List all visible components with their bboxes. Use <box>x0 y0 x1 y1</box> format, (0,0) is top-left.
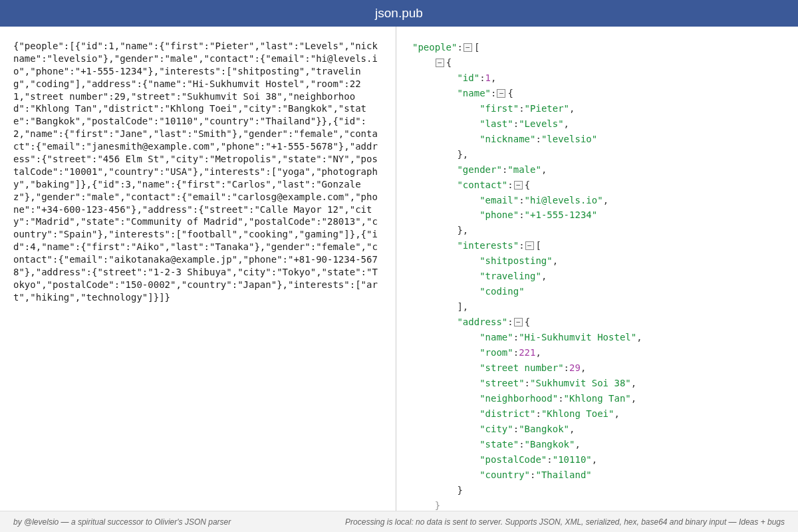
key-streetnum[interactable]: "street number" <box>479 362 563 373</box>
val-interest: "traveling" <box>479 271 541 281</box>
key-street[interactable]: "street" <box>479 378 524 388</box>
key-postal[interactable]: "postalCode" <box>479 454 547 465</box>
footer-by: by <box>13 517 24 527</box>
key-district[interactable]: "district" <box>479 408 535 419</box>
key-email[interactable]: "email" <box>479 195 519 205</box>
footer-left: by @levelsio — a spiritual successor to … <box>13 517 231 527</box>
val-district: "Khlong Toei" <box>541 408 614 419</box>
val-postal: "10110" <box>553 454 592 465</box>
collapse-toggle[interactable]: − <box>514 318 523 327</box>
val-street: "Sukhumvit Soi 38" <box>530 378 631 388</box>
key-address[interactable]: "address" <box>457 317 507 327</box>
val-email: "hi@levels.io" <box>525 195 603 205</box>
key-people[interactable]: "people" <box>412 42 457 53</box>
key-last[interactable]: "last" <box>479 118 513 129</box>
app-title: json.pub <box>375 6 423 21</box>
val-neighborhood: "Khlong Tan" <box>564 393 631 404</box>
val-gender: "male" <box>507 164 541 175</box>
val-interest: "shitposting" <box>479 255 553 266</box>
collapse-toggle[interactable]: − <box>464 43 472 52</box>
collapse-toggle[interactable]: − <box>497 89 505 98</box>
key-first[interactable]: "first" <box>479 103 519 114</box>
val-phone: "+1-555-1234" <box>525 209 598 220</box>
key-contact[interactable]: "contact" <box>457 180 507 190</box>
input-panel[interactable]: {"people":[{"id":1,"name":{"first":"Piet… <box>0 27 396 511</box>
val-country: "Thailand" <box>535 469 591 480</box>
val-city: "Bangkok" <box>519 424 569 434</box>
raw-json-input[interactable]: {"people":[{"id":1,"name":{"first":"Piet… <box>13 40 382 304</box>
json-tree: "people":−[ −{ "id":1, "name":−{ "first"… <box>412 40 782 511</box>
key-id[interactable]: "id" <box>457 72 479 83</box>
val-state: "Bangkok" <box>525 439 575 450</box>
key-gender[interactable]: "gender" <box>457 164 501 175</box>
key-addr-name[interactable]: "name" <box>479 332 513 342</box>
tree-panel[interactable]: "people":−[ −{ "id":1, "name":−{ "first"… <box>396 27 798 511</box>
footer-ideas-link[interactable]: Ideas + bugs <box>739 517 785 527</box>
collapse-toggle[interactable]: − <box>436 59 444 67</box>
collapse-toggle[interactable]: − <box>514 181 523 190</box>
footer-right: Processing is local: no data is sent to … <box>345 517 785 527</box>
val-addr-name: "Hi-Sukhumvit Hostel" <box>519 332 636 342</box>
main-area: {"people":[{"id":1,"name":{"first":"Piet… <box>0 27 798 511</box>
footer-bar: by @levelsio — a spiritual successor to … <box>0 511 798 532</box>
collapse-toggle[interactable]: − <box>525 241 534 250</box>
key-state[interactable]: "state" <box>479 439 519 450</box>
val-room: 221 <box>519 347 535 358</box>
key-interests[interactable]: "interests" <box>457 240 519 251</box>
key-nickname[interactable]: "nickname" <box>479 134 535 144</box>
val-last: "Levels" <box>519 118 563 129</box>
key-room[interactable]: "room" <box>479 347 513 358</box>
key-city[interactable]: "city" <box>479 424 513 434</box>
footer-mid: — a spiritual successor to <box>59 517 154 527</box>
footer-info: Processing is local: no data is sent to … <box>345 517 739 527</box>
val-interest: "coding" <box>479 286 524 297</box>
key-phone[interactable]: "phone" <box>479 209 519 220</box>
footer-olivier-link[interactable]: Olivier's JSON parser <box>154 517 231 527</box>
val-streetnum: 29 <box>569 362 581 373</box>
key-name[interactable]: "name" <box>457 88 491 98</box>
val-first: "Pieter" <box>525 103 569 114</box>
val-nickname: "levelsio" <box>541 134 597 144</box>
footer-author-link[interactable]: @levelsio <box>24 517 59 527</box>
key-country[interactable]: "country" <box>479 469 530 480</box>
key-neighborhood[interactable]: "neighborhood" <box>479 393 558 404</box>
header-bar: json.pub <box>0 0 798 27</box>
val-id: 1 <box>485 72 491 83</box>
